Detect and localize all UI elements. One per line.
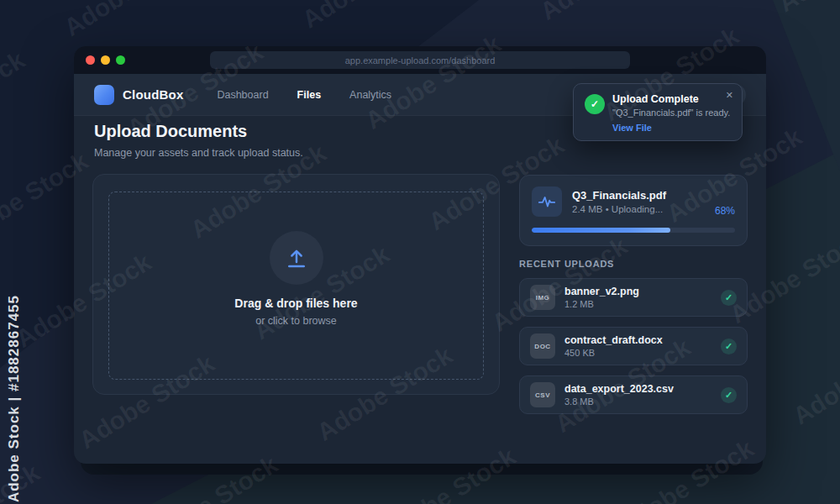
toast-message: "Q3_Financials.pdf" is ready. — [612, 108, 732, 118]
success-check-icon: ✓ — [585, 94, 605, 114]
uploading-file-text: Q3_Financials.pdf 2.4 MB • Uploading... — [572, 189, 666, 214]
close-window-button[interactable] — [86, 55, 95, 65]
file-text: contract_draft.docx 450 KB — [564, 334, 663, 358]
upload-complete-toast: ✓ Upload Complete "Q3_Financials.pdf" is… — [573, 83, 743, 141]
nav-item-analytics[interactable]: Analytics — [349, 89, 391, 101]
file-type-badge-img: IMG — [530, 285, 555, 310]
recent-upload-row-data-export[interactable]: CSV data_export_2023.csv 3.8 MB ✓ — [519, 375, 748, 414]
toast-title: Upload Complete — [612, 93, 732, 105]
file-size: 450 KB — [564, 348, 663, 358]
browser-chrome-bar: app.example-upload.com/dashboard — [74, 46, 766, 74]
maximize-window-button[interactable] — [116, 55, 125, 65]
file-name: contract_draft.docx — [564, 334, 663, 346]
file-name: data_export_2023.csv — [564, 383, 674, 395]
minimize-window-button[interactable] — [101, 55, 110, 65]
upload-arrow-icon — [284, 245, 309, 270]
upload-dropzone-card: Drag & drop files here or click to brows… — [92, 174, 500, 395]
upload-dropzone[interactable]: Drag & drop files here or click to brows… — [108, 192, 484, 380]
dropzone-subtext: or click to browse — [255, 315, 337, 327]
nav-item-dashboard[interactable]: Dashboard — [217, 89, 268, 101]
toast-body: Upload Complete "Q3_Financials.pdf" is r… — [612, 93, 732, 133]
file-text: banner_v2.png 1.2 MB — [564, 286, 639, 309]
file-size: 1.2 MB — [564, 299, 639, 309]
recent-upload-row-banner[interactable]: IMG banner_v2.png 1.2 MB ✓ — [519, 278, 748, 317]
upload-success-check-icon: ✓ — [721, 290, 737, 306]
upload-percent-label: 68% — [715, 205, 735, 217]
file-type-badge-doc: DOC — [530, 333, 555, 359]
view-file-link[interactable]: View File — [612, 123, 732, 133]
file-size: 3.8 MB — [564, 396, 674, 407]
upload-success-check-icon: ✓ — [721, 387, 737, 403]
file-name: banner_v2.png — [564, 286, 639, 297]
window-controls — [86, 55, 125, 65]
upload-progress-fill — [532, 228, 670, 233]
file-activity-icon — [532, 186, 562, 217]
recent-uploads-heading: RECENT UPLOADS — [519, 259, 748, 269]
uploading-file-card: Q3_Financials.pdf 2.4 MB • Uploading... … — [519, 175, 748, 246]
file-type-badge-csv: CSV — [530, 382, 555, 407]
brand-home-link[interactable]: CloudBox — [94, 85, 183, 105]
recent-upload-row-contract[interactable]: DOC contract_draft.docx 450 KB ✓ — [519, 327, 748, 365]
upload-progress-track — [532, 228, 735, 233]
toast-close-icon[interactable]: ✕ — [726, 90, 733, 101]
nav-links: Dashboard Files Analytics — [217, 89, 391, 101]
upload-success-check-icon: ✓ — [721, 339, 737, 354]
upload-icon-circle — [270, 231, 323, 285]
stage: app.example-upload.com/dashboard CloudBo… — [0, 0, 840, 504]
file-text: data_export_2023.csv 3.8 MB — [564, 383, 674, 407]
uploading-file-name: Q3_Financials.pdf — [572, 189, 666, 202]
brand-name: CloudBox — [123, 87, 183, 102]
nav-item-files[interactable]: Files — [297, 89, 322, 101]
address-bar[interactable]: app.example-upload.com/dashboard — [210, 51, 630, 69]
cloudbox-logo-icon — [94, 85, 114, 105]
page-subtitle: Manage your assets and track upload stat… — [94, 147, 303, 159]
uploading-file-row: Q3_Financials.pdf 2.4 MB • Uploading... … — [532, 186, 735, 217]
right-column: Q3_Financials.pdf 2.4 MB • Uploading... … — [519, 175, 748, 424]
page-title: Upload Documents — [94, 122, 247, 141]
uploading-file-meta: 2.4 MB • Uploading... — [572, 204, 666, 214]
dropzone-headline: Drag & drop files here — [234, 297, 357, 310]
